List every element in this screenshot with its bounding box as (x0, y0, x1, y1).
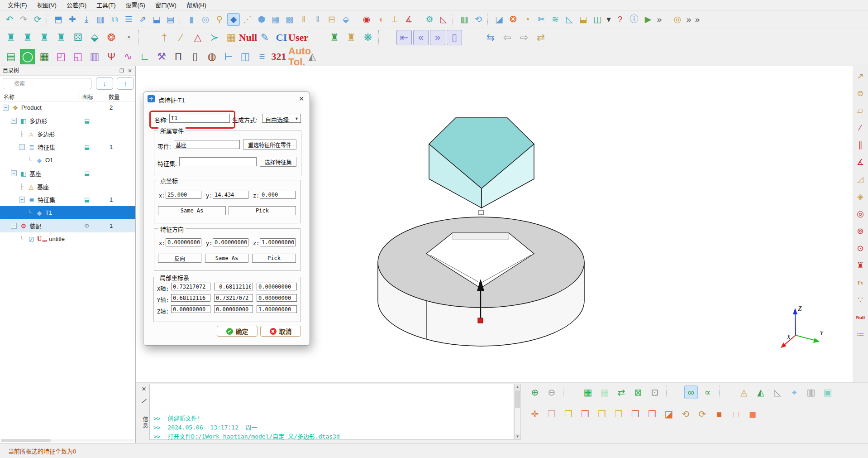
add-doc-button[interactable]: ✚ (66, 13, 79, 26)
generation-mode-select[interactable]: 自由选择 ▼ (262, 114, 301, 123)
panel-pair-button[interactable]: ▯ (187, 49, 203, 64)
ruler-x-button[interactable]: ◺ (771, 386, 784, 399)
menu-tools[interactable]: 工具(T) (91, 2, 121, 9)
name-input[interactable] (169, 114, 230, 123)
expander-toggle[interactable]: − (11, 170, 17, 176)
copy-doc-button[interactable]: ⧉ (108, 13, 121, 26)
grid-swap-button[interactable]: ⇄ (615, 386, 628, 399)
direction-same-as-button[interactable]: Same As (205, 254, 248, 263)
reload-doc-button[interactable]: ⟳ (31, 13, 44, 26)
fixture-button[interactable]: ♜ (854, 259, 867, 272)
info-tab-label[interactable]: 信息 (141, 416, 149, 429)
mirror-view-button[interactable]: ◫ (591, 13, 604, 26)
tree-row[interactable]: ├ ◬ 多边形 (0, 127, 135, 140)
circle-feature-button[interactable]: ◎ (199, 13, 212, 26)
stud-green-button[interactable]: ♜ (327, 30, 342, 45)
box-pack-button[interactable]: ⬓ (577, 13, 590, 26)
swap-arrows-button[interactable]: ⇆ (483, 30, 498, 45)
undo-button[interactable]: ↶ (3, 13, 16, 26)
pipe-branch-button[interactable]: ⊢ (221, 49, 236, 64)
search-input[interactable] (3, 78, 91, 89)
line-slope-button[interactable]: ∕ (854, 121, 867, 134)
point-z-input[interactable] (260, 191, 296, 199)
lcs-y2-input[interactable] (214, 294, 253, 302)
info-box-button[interactable]: ⓘ (628, 13, 640, 26)
scrollbar-thumb[interactable] (515, 391, 520, 408)
point-marker[interactable] (478, 318, 483, 323)
probe-feature-button[interactable]: ⚲ (213, 13, 226, 26)
direction-x-input[interactable] (166, 238, 201, 246)
move-button[interactable]: ✛ (528, 407, 542, 421)
more-button[interactable]: » (656, 13, 663, 26)
play-button[interactable]: ▶ (642, 13, 654, 26)
t-panel-button[interactable]: ▣ (821, 386, 835, 399)
gauge-report-button[interactable]: ◔ (521, 13, 534, 26)
measure-box-button[interactable]: ◭ (754, 386, 768, 399)
angle-tolerance-button[interactable]: ∡ (402, 13, 415, 26)
gantry-button[interactable]: Π (171, 49, 186, 64)
lcs-z1-input[interactable] (171, 305, 210, 313)
view-cube-3-button[interactable]: ❒ (595, 407, 609, 421)
cube-plain-button[interactable]: ◼ (746, 407, 759, 421)
contour-report-button[interactable]: ❂ (507, 13, 520, 26)
section-plane-button[interactable]: ◪ (662, 407, 676, 421)
panel-gap-button[interactable]: ◫ (238, 49, 253, 64)
dial-tolerance-button[interactable]: ◉ (360, 13, 373, 26)
plane-normal-button[interactable]: ◈ (854, 190, 867, 203)
dock-panel-icon[interactable]: ❐ (118, 66, 125, 75)
stud-feature-3-button[interactable]: ♜ (37, 30, 52, 45)
point-cloud-button[interactable]: ⬢ (255, 13, 268, 26)
help-rotate-button[interactable]: ? (614, 13, 626, 26)
rotate-cw-button[interactable]: ⟳ (696, 407, 709, 421)
tree-row[interactable]: − ❖ Product 2 (0, 101, 135, 114)
view-cube-5-button[interactable]: ❒ (629, 407, 642, 421)
cube-wire-button[interactable]: □ (729, 407, 743, 421)
tree-row[interactable]: − ◧ 多边形 ⬓ (0, 114, 135, 127)
overlap-circles-button[interactable]: ⊚ (854, 225, 867, 237)
ok-button[interactable]: ✔ 确定 (217, 326, 258, 337)
cut-button[interactable]: ✂ (535, 13, 548, 26)
concentric-button[interactable]: ◎ (854, 207, 867, 220)
point-same-as-button[interactable]: Same As (158, 206, 226, 215)
parallel-planes-button[interactable]: ∥ (854, 139, 867, 151)
position-button[interactable]: ⊙ (854, 242, 867, 255)
direction-pick-button[interactable]: Pick (252, 254, 296, 263)
cube-iso-button[interactable]: ❒ (545, 407, 558, 421)
nav-display-button[interactable]: ▯ (447, 30, 462, 45)
tree-row[interactable]: − ≣ 特征集 ⬓ 1 (0, 193, 135, 206)
nav-next-button[interactable]: » (430, 30, 445, 45)
align-center-button[interactable]: ⇄ (533, 30, 548, 45)
feature-set-input[interactable] (179, 157, 257, 166)
snowflake-button[interactable]: ❋ (360, 30, 376, 45)
view-cube-1-button[interactable]: ❒ (562, 407, 575, 421)
null-feature-button[interactable]: Null (240, 30, 256, 45)
expander-toggle[interactable]: − (3, 105, 9, 111)
tree-row[interactable]: └ ◆ O1 (0, 154, 135, 167)
user-button[interactable]: User (291, 30, 306, 45)
gear-wrench-button[interactable]: ⚙ (423, 13, 436, 26)
mesh-points-button[interactable]: ▩ (283, 13, 296, 26)
log-scrollbar[interactable]: ▲ ▼ (514, 384, 521, 440)
part-input[interactable] (174, 140, 240, 149)
lcs-z2-input[interactable] (214, 305, 253, 313)
view-cube-4-button[interactable]: ❒ (612, 407, 625, 421)
dome-tolerance-button[interactable]: ◖ (374, 13, 387, 26)
menu-window[interactable]: 窗口(W) (150, 2, 181, 9)
dialog-close-icon[interactable]: ✕ (299, 95, 304, 102)
dice-box-button[interactable]: ⚄ (70, 30, 86, 45)
close-log-icon[interactable]: ✕ (138, 386, 149, 392)
report-word-ppt-button[interactable]: ▤ (164, 13, 177, 26)
datum-axes-button[interactable]: ⊥ (388, 13, 401, 26)
tool-cluster-button[interactable]: ⚒ (154, 49, 169, 64)
fx-button[interactable]: Fx (854, 276, 867, 289)
list-doc-button[interactable]: ☰ (122, 13, 135, 26)
grid-outline-button[interactable]: ▦ (598, 386, 611, 399)
pin-pair-button[interactable]: ‖ (297, 13, 310, 26)
expander-toggle[interactable]: − (19, 197, 25, 202)
chart-x-button[interactable]: ▥ (804, 386, 818, 399)
direction-y-input[interactable] (213, 238, 248, 246)
import-doc-button[interactable]: ⤓ (80, 13, 93, 26)
two-point-line-button[interactable]: ⋰ (241, 13, 254, 26)
auto-tol-button[interactable]: Auto Tol. (288, 49, 303, 64)
lcs-x3-input[interactable] (257, 283, 297, 290)
